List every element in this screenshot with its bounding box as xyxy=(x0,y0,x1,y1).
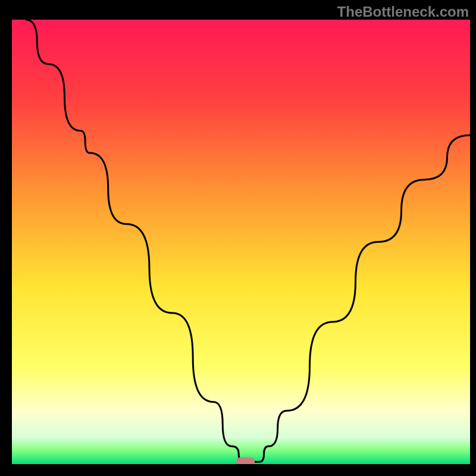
watermark-text: TheBottleneck.com xyxy=(337,4,469,20)
bottom-black-strip xyxy=(0,464,476,476)
left-black-strip xyxy=(0,0,12,476)
chart-container: TheBottleneck.com xyxy=(0,0,476,476)
plot-background-gradient xyxy=(12,20,470,464)
bottleneck-chart xyxy=(0,0,476,476)
